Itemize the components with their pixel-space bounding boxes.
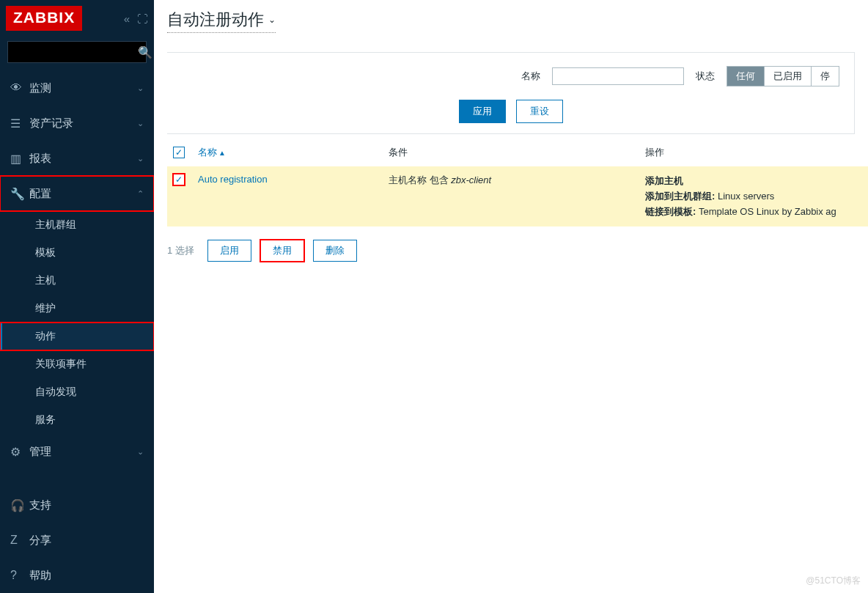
nav-inventory[interactable]: ☰ 资产记录 ⌄ [0,106,154,141]
apply-button[interactable]: 应用 [459,100,506,123]
chart-icon: ▥ [10,152,29,166]
sidebar: ZABBIX « ⛶ 🔍 👁 监测 ⌄ ☰ 资产记录 ⌄ [0,0,154,593]
sort-asc-icon: ▲ [218,149,226,157]
operation-cell: 添加主机添加到主机群组: Linux servers链接到模板: Templat… [639,166,868,226]
nav-help[interactable]: ? 帮助 [0,558,154,593]
filter-name-input[interactable] [552,67,684,85]
nav-label: 分享 [29,534,144,548]
delete-button[interactable]: 删除 [313,240,357,262]
search-box[interactable]: 🔍 [7,41,147,63]
list-icon: ☰ [10,117,29,130]
logo[interactable]: ZABBIX [6,6,82,31]
headset-icon: 🎧 [10,498,29,512]
chevron-down-icon: ⌄ [137,154,144,163]
row-checkbox[interactable]: ✓ [173,174,185,185]
nav-label: 资产记录 [29,117,137,130]
disable-button[interactable]: 禁用 [260,240,304,262]
chevron-down-icon: ⌄ [137,447,144,457]
gear-icon: ⚙ [10,445,29,459]
eye-icon: 👁 [10,81,29,95]
table-row: ✓Auto registration主机名称 包含 zbx-client添加主机… [167,166,868,226]
sub-actions[interactable]: 动作 [0,323,154,350]
share-icon: Z [10,534,29,547]
main: 自动注册动作 ⌄ 名称 状态 任何 已启用 停 应用 重设 [154,0,868,593]
col-condition: 条件 [383,139,639,166]
nav-label: 配置 [29,187,137,201]
filter-status-label: 状态 [696,70,715,83]
sub-discovery[interactable]: 自动发现 [0,378,154,406]
search-icon[interactable]: 🔍 [138,45,152,59]
nav-share[interactable]: Z 分享 [0,523,154,558]
sub-maintenance[interactable]: 维护 [0,295,154,323]
condition-cell: 主机名称 包含 zbx-client [383,166,639,226]
chevron-down-icon: ⌄ [137,84,144,93]
nav-administration[interactable]: ⚙ 管理 ⌄ [0,434,154,469]
col-name[interactable]: 名称▲ [192,139,383,166]
chevron-down-icon: ⌄ [137,119,144,128]
chevron-up-icon: ⌃ [137,189,144,199]
help-icon: ? [10,569,29,582]
col-operation: 操作 [639,139,868,166]
actions-table: ✓ 名称▲ 条件 操作 ✓Auto registration主机名称 包含 zb… [167,139,868,226]
fullscreen-icon[interactable]: ⛶ [137,12,148,25]
sub-hostgroups[interactable]: 主机群组 [0,211,154,239]
status-enabled[interactable]: 已启用 [765,67,812,86]
sub-templates[interactable]: 模板 [0,239,154,267]
nav-configuration[interactable]: 🔧 配置 ⌃ [0,176,154,211]
nav: 👁 监测 ⌄ ☰ 资产记录 ⌄ ▥ 报表 ⌄ 🔧 配置 ⌃ 主机群组 模板 主机 [0,70,154,487]
nav-label: 支持 [29,498,144,512]
filter-name-label: 名称 [521,70,540,83]
bulk-actions: 1 选择 启用 禁用 删除 [154,226,868,262]
nav-reports[interactable]: ▥ 报表 ⌄ [0,141,154,176]
selected-count: 1 选择 [167,244,194,257]
status-any[interactable]: 任何 [727,67,765,86]
sidebar-header: ZABBIX « ⛶ [0,0,154,37]
action-name-link[interactable]: Auto registration [198,174,268,185]
wrench-icon: 🔧 [10,187,29,201]
filter-panel: 名称 状态 任何 已启用 停 应用 重设 [167,52,855,134]
watermark: @51CTO博客 [806,575,861,587]
nav-monitoring[interactable]: 👁 监测 ⌄ [0,70,154,106]
nav-label: 报表 [29,152,137,166]
nav-label: 监测 [29,81,137,95]
nav-label: 帮助 [29,569,144,583]
chevron-down-icon: ⌄ [268,15,276,25]
select-all-checkbox[interactable]: ✓ [173,147,185,158]
status-segmented: 任何 已启用 停 [727,66,839,86]
nav-label: 管理 [29,445,137,459]
collapse-icon[interactable]: « [124,12,130,25]
page-title-dropdown[interactable]: 自动注册动作 ⌄ [167,9,276,33]
sub-correlation[interactable]: 关联项事件 [0,350,154,378]
nav-support[interactable]: 🎧 支持 [0,487,154,523]
status-disabled[interactable]: 停 [812,67,839,86]
search-input[interactable] [14,47,138,58]
reset-button[interactable]: 重设 [516,100,563,123]
enable-button[interactable]: 启用 [207,240,251,262]
sub-services[interactable]: 服务 [0,406,154,434]
page-title-text: 自动注册动作 [167,9,264,31]
sub-hosts[interactable]: 主机 [0,267,154,295]
